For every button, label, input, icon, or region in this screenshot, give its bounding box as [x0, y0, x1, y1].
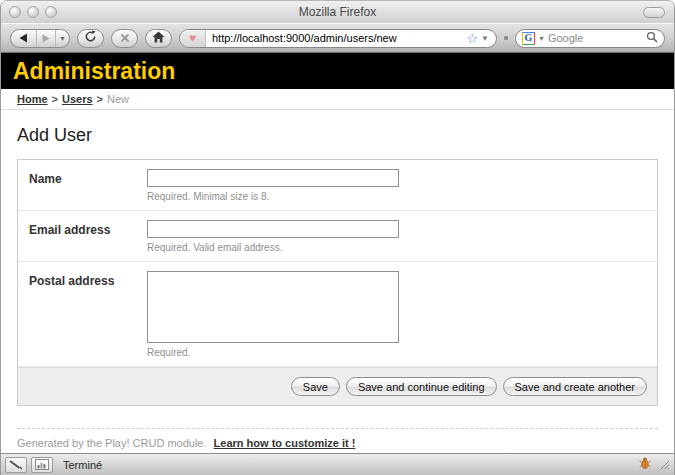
- firebug-icon[interactable]: [638, 456, 652, 474]
- search-icon[interactable]: [646, 29, 658, 47]
- minimize-window-button[interactable]: [27, 6, 39, 18]
- crud-footer-text: Generated by the Play! CRUD module.: [17, 437, 207, 449]
- back-forward-group: ▾: [10, 29, 70, 48]
- close-window-button[interactable]: [9, 6, 21, 18]
- name-field[interactable]: [147, 169, 399, 187]
- postal-address-label: Postal address: [29, 271, 147, 358]
- save-and-create-another-button[interactable]: Save and create another: [503, 377, 647, 396]
- browser-toolbar: ▾ ♥ ☆ ▼ G ▼: [1, 23, 674, 53]
- admin-header-title: Administration: [13, 58, 175, 85]
- browser-window: Mozilla Firefox ▾ ♥ ☆: [0, 0, 675, 475]
- email-help-text: Required. Valid email address.: [147, 242, 399, 253]
- save-and-continue-editing-button[interactable]: Save and continue editing: [346, 377, 497, 396]
- resize-grip[interactable]: [657, 456, 670, 474]
- reload-icon: [84, 29, 97, 47]
- toolbar-toggle-pill[interactable]: [643, 7, 665, 18]
- status-chart-button[interactable]: [31, 457, 53, 473]
- status-text: Terminé: [63, 459, 634, 471]
- search-box: G ▼: [515, 29, 665, 48]
- email-field[interactable]: [147, 220, 399, 238]
- reload-button[interactable]: [77, 29, 104, 48]
- name-help-text: Required. Minimal size is 8.: [147, 191, 399, 202]
- form-row-postal-address: Postal address Required.: [18, 262, 657, 367]
- status-pen-button[interactable]: [5, 457, 27, 473]
- breadcrumb-separator: >: [97, 93, 103, 105]
- home-button[interactable]: [145, 29, 172, 48]
- history-dropdown-button[interactable]: ▾: [56, 30, 69, 47]
- form-row-email: Email address Required. Valid email addr…: [18, 211, 657, 262]
- stop-icon: [120, 29, 130, 47]
- forward-icon: [42, 29, 50, 47]
- search-engine-dropdown-icon[interactable]: ▼: [538, 35, 545, 42]
- admin-header: Administration: [1, 53, 674, 89]
- form-actions-bar: Save Save and continue editing Save and …: [18, 367, 657, 405]
- page-title: Add User: [17, 125, 658, 146]
- window-titlebar: Mozilla Firefox: [1, 1, 674, 23]
- content-area: Add User Name Required. Minimal size is …: [1, 110, 674, 453]
- toolbar-separator-dot: [504, 36, 508, 40]
- postal-address-help-text: Required.: [147, 347, 399, 358]
- save-button[interactable]: Save: [291, 377, 340, 396]
- breadcrumb-current: New: [107, 93, 129, 105]
- search-input[interactable]: [548, 32, 643, 44]
- zoom-window-button[interactable]: [45, 6, 57, 18]
- crud-footer-link[interactable]: Learn how to customize it !: [214, 437, 356, 449]
- crud-footer: Generated by the Play! CRUD module. Lear…: [17, 428, 658, 453]
- breadcrumb-separator: >: [52, 93, 58, 105]
- mini-bar-chart-icon: [35, 456, 49, 474]
- stop-button[interactable]: [111, 29, 138, 48]
- breadcrumb: Home > Users > New: [1, 89, 674, 110]
- bookmark-star-icon[interactable]: ☆: [466, 32, 478, 45]
- url-input[interactable]: [206, 30, 466, 47]
- home-icon: [152, 29, 165, 47]
- postal-address-field[interactable]: [147, 271, 399, 343]
- favicon-heart-icon: ♥: [180, 30, 206, 47]
- pencil-icon: [9, 456, 23, 474]
- url-bar: ♥ ☆ ▼: [179, 29, 497, 48]
- back-icon: [19, 29, 28, 47]
- forward-button[interactable]: [37, 30, 56, 47]
- status-bar: Terminé: [1, 453, 674, 475]
- statusbar-right: [638, 456, 670, 474]
- form-row-name: Name Required. Minimal size is 8.: [18, 160, 657, 211]
- window-title: Mozilla Firefox: [1, 5, 674, 19]
- breadcrumb-link-users[interactable]: Users: [62, 93, 93, 105]
- add-user-form: Name Required. Minimal size is 8. Email …: [17, 159, 658, 406]
- traffic-lights: [9, 6, 57, 18]
- chevron-down-icon: ▾: [60, 34, 64, 43]
- name-label: Name: [29, 169, 147, 202]
- breadcrumb-link-home[interactable]: Home: [17, 93, 48, 105]
- page-viewport: Administration Home > Users > New Add Us…: [1, 53, 674, 453]
- back-button[interactable]: [11, 30, 37, 47]
- url-dropdown-icon[interactable]: ▼: [481, 34, 489, 43]
- google-logo-icon[interactable]: G: [522, 32, 535, 45]
- email-label: Email address: [29, 220, 147, 253]
